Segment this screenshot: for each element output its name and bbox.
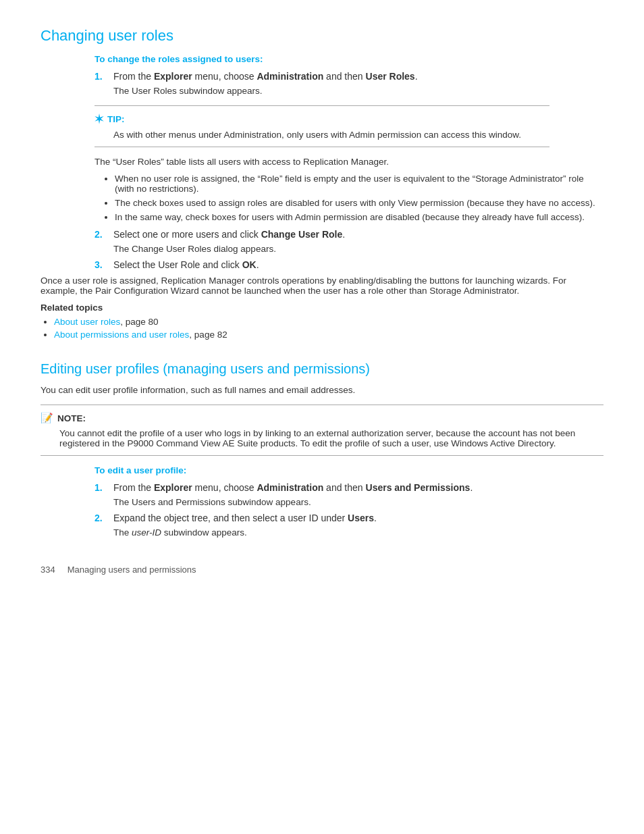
s2-step1-number: 1. [95,482,113,493]
s2-step1-text: From the Explorer menu, choose Administr… [113,482,603,493]
tip-label: TIP: [107,114,125,124]
step2-text: Select one or more users and click Chang… [113,229,603,240]
section2-intro: You can edit user profile information, s… [41,385,603,395]
note-icon: 📝 [41,412,53,424]
related-link-1[interactable]: About user roles [54,317,120,327]
step2: 2. Select one or more users and click Ch… [95,229,603,240]
tip-icon: ✶ [95,113,103,126]
section1-title: Changing user roles [41,27,603,45]
note-box: 📝 NOTE: You cannot edit the profile of a… [41,405,603,456]
s2-step2: 2. Expand the object tree, and then sele… [95,513,603,523]
page-number: 334 [41,565,55,575]
step2-substep: The Change User Roles dialog appears. [113,244,603,254]
para1: The “User Roles” table lists all users w… [95,157,603,167]
step3-text: Select the User Role and click OK. [113,259,603,270]
tip-body: As with other menus under Administration… [95,130,549,140]
note-label: NOTE: [57,413,86,423]
s2-step2-text: Expand the object tree, and then select … [113,513,603,523]
related-list: About user roles, page 80 About permissi… [54,317,603,340]
related-topics: Related topics About user roles, page 80… [41,303,603,340]
section2-title: Editing user profiles (managing users an… [41,361,603,377]
step1-substep: The User Roles subwindow appears. [113,86,603,96]
step1-number: 1. [95,71,113,82]
related-link-2[interactable]: About permissions and user roles [54,330,189,340]
s2-step1: 1. From the Explorer menu, choose Admini… [95,482,603,493]
s2-step1-substep: The Users and Permissions subwindow appe… [113,497,603,507]
s2-step2-substep: The user-ID subwindow appears. [113,527,603,538]
related-link-2-text: , page 82 [189,330,227,340]
step1: 1. From the Explorer menu, choose Admini… [95,71,603,82]
page-footer: 334 Managing users and permissions [41,565,603,575]
step3-number: 3. [95,259,113,270]
para2: Once a user role is assigned, Replicatio… [41,276,603,296]
step1-text: From the Explorer menu, choose Administr… [113,71,603,82]
section2-subheading: To edit a user profile: [95,465,603,475]
related-topics-heading: Related topics [41,303,603,313]
s2-step2-number: 2. [95,513,113,523]
bullet-item: The check boxes used to assign roles are… [115,198,603,208]
step2-number: 2. [95,229,113,240]
note-body: You cannot edit the profile of a user wh… [41,428,603,448]
footer-text: Managing users and permissions [68,565,196,575]
step3: 3. Select the User Role and click OK. [95,259,603,270]
related-link-1-text: , page 80 [120,317,158,327]
bullet-list: When no user role is assigned, the “Role… [115,174,603,222]
tip-box: ✶ TIP: As with other menus under Adminis… [95,105,549,147]
section1-subheading: To change the roles assigned to users: [95,54,603,64]
bullet-item: When no user role is assigned, the “Role… [115,174,603,194]
tip-header: ✶ TIP: [95,113,549,126]
note-header: 📝 NOTE: [41,412,603,424]
related-list-item: About user roles, page 80 [54,317,603,327]
bullet-item: In the same way, check boxes for users w… [115,212,603,222]
related-list-item: About permissions and user roles, page 8… [54,330,603,340]
